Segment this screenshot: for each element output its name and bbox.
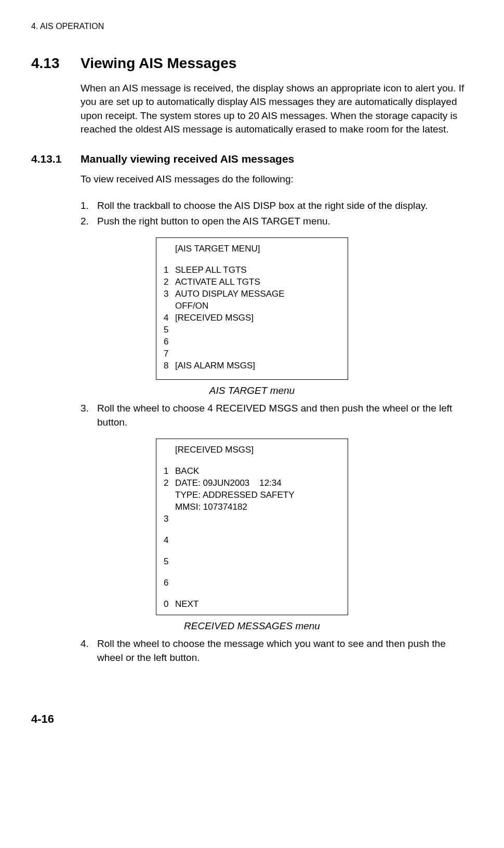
received-msgs-menu-box: [RECEIVED MSGS] 1BACK 2DATE: 09JUN2003 1… (156, 439, 348, 615)
ais-target-menu-box: [AIS TARGET MENU] 1SLEEP ALL TGTS 2ACTIV… (156, 237, 348, 379)
list-item: 4. Roll the wheel to choose the message … (81, 637, 473, 665)
subsection-number: 4.13.1 (31, 151, 81, 166)
menu-item-number: 0 (164, 599, 175, 611)
menu-item-number: 2 (164, 276, 175, 288)
menu-item-text: [AIS ALARM MSGS] (175, 360, 255, 372)
step-number: 2. (81, 215, 97, 229)
menu-item-text: MMSI: 107374182 (175, 501, 247, 513)
step-list: 1. Roll the trackball to choose the AIS … (81, 199, 473, 228)
menu-item-number: 5 (164, 324, 175, 336)
subsection-heading: 4.13.1 Manually viewing received AIS mes… (31, 151, 473, 166)
subsection-intro: To view received AIS messages do the fol… (81, 173, 473, 187)
section-number: 4.13 (31, 53, 81, 73)
section-intro: When an AIS message is received, the dis… (81, 82, 473, 137)
step-text: Roll the trackball to choose the AIS DIS… (97, 199, 473, 213)
menu-title: [AIS TARGET MENU] (164, 243, 340, 255)
menu-item-text: DATE: 09JUN2003 12:34 (175, 478, 282, 489)
menu-item-text: [RECEIVED MSGS] (175, 312, 254, 324)
menu-item-text: OFF/ON (175, 300, 208, 312)
step-number: 1. (81, 199, 97, 213)
subsection-title: Manually viewing received AIS messages (81, 151, 294, 166)
page-number: 4-16 (31, 711, 473, 727)
step-text: Push the right button to open the AIS TA… (97, 215, 473, 229)
menu-item-number: 3 (164, 513, 175, 525)
step-text: Roll the wheel to choose 4 RECEIVED MSGS… (97, 402, 473, 429)
list-item: 1. Roll the trackball to choose the AIS … (81, 199, 473, 213)
menu-item-text: TYPE: ADDRESSED SAFETY (175, 489, 295, 501)
section-heading: 4.13 Viewing AIS Messages (31, 53, 473, 73)
menu-item-text: AUTO DISPLAY MESSAGE (175, 288, 285, 300)
menu-item-number: 4 (164, 312, 175, 324)
figure-caption: RECEIVED MESSAGES menu (31, 619, 473, 633)
menu-item-number: 8 (164, 360, 175, 372)
menu-item-number: 5 (164, 556, 175, 568)
menu-item-text: NEXT (175, 599, 198, 611)
menu-item-text: ACTIVATE ALL TGTS (175, 276, 260, 288)
menu-item-number: 2 (164, 478, 175, 489)
page-header: 4. AIS OPERATION (31, 21, 473, 32)
menu-item-number: 6 (164, 336, 175, 348)
figure-caption: AIS TARGET menu (31, 384, 473, 398)
menu-item-number: 4 (164, 535, 175, 547)
menu-item-number: 7 (164, 348, 175, 360)
list-item: 3. Roll the wheel to choose 4 RECEIVED M… (81, 402, 473, 429)
step-number: 3. (81, 402, 97, 429)
menu-item-text: SLEEP ALL TGTS (175, 264, 247, 276)
menu-item-number: 6 (164, 577, 175, 589)
menu-item-number: 1 (164, 264, 175, 276)
menu-title: [RECEIVED MSGS] (164, 444, 340, 456)
step-number: 4. (81, 637, 97, 665)
menu-item-text: BACK (175, 466, 199, 478)
section-title: Viewing AIS Messages (81, 53, 236, 73)
menu-item-number: 3 (164, 288, 175, 300)
step-text: Roll the wheel to choose the message whi… (97, 637, 473, 665)
menu-item-number: 1 (164, 466, 175, 478)
list-item: 2. Push the right button to open the AIS… (81, 215, 473, 229)
